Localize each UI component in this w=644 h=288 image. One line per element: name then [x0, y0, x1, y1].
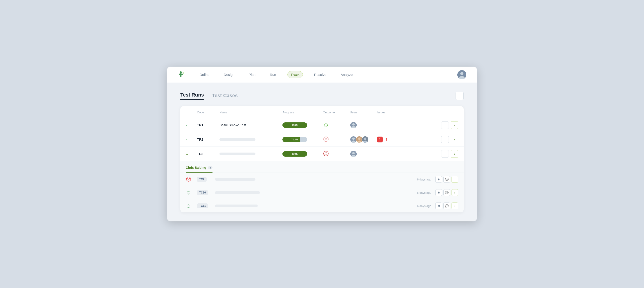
tr2-progress-bar: 70.4%: [282, 137, 307, 142]
tr1-detail-button[interactable]: ›: [450, 121, 458, 129]
issue-badge: 1: [377, 137, 383, 142]
tr2-progress: 70.4%: [282, 137, 323, 142]
page-tabs: Test Runs Test Cases: [180, 92, 456, 100]
svg-point-9: [352, 123, 355, 126]
tc10-outcome: ☺: [186, 189, 197, 196]
tc9-code: TC9: [197, 177, 215, 182]
tr2-detail-button[interactable]: ›: [450, 136, 458, 143]
table-header: Code Name Progress Outcome Users Issues: [180, 106, 464, 118]
svg-point-12: [352, 137, 355, 140]
col-progress: Progress: [282, 111, 323, 114]
tc10-badge: TC10: [197, 190, 208, 195]
more-options-button[interactable]: ···: [456, 92, 464, 100]
tc11-comment-button[interactable]: 💬: [444, 202, 450, 209]
tc10-bug-button[interactable]: ✱: [435, 189, 442, 196]
col-actions: [431, 111, 458, 114]
expanded-section: Chris Balding 3 ☹ TC9 6 days ago: [180, 161, 464, 212]
tab-test-cases[interactable]: Test Cases: [212, 93, 238, 100]
sub-row: ☹ TC9 6 days ago ✱ 💬 ›: [180, 173, 464, 186]
nav-plan[interactable]: Plan: [246, 71, 258, 78]
tr2-outcome: ☹: [323, 136, 350, 143]
nav-resolve[interactable]: Resolve: [311, 71, 330, 78]
navbar: + Define Design Plan Run Track Resolve A…: [167, 67, 477, 83]
table-row: › TR1 Basic Smoke Test 100% ☺: [180, 118, 464, 132]
tc11-outcome: ☺: [186, 203, 197, 209]
logo-icon: +: [178, 71, 186, 79]
nav-design[interactable]: Design: [220, 71, 238, 78]
svg-point-6: [460, 72, 464, 75]
priority-icon: ↟: [385, 137, 388, 142]
tr1-code: TR1: [197, 123, 220, 127]
sub-tab-badge: 3: [208, 166, 212, 169]
tc9-bug-button[interactable]: ✱: [435, 176, 442, 183]
logo: +: [178, 71, 186, 79]
tr1-users: [350, 122, 377, 129]
col-expand: [186, 111, 197, 114]
tr1-actions: ··· ›: [431, 121, 458, 129]
nav-analyze[interactable]: Analyze: [338, 71, 356, 78]
tc10-comment-button[interactable]: 💬: [444, 189, 450, 196]
tr3-users: [350, 150, 377, 157]
tc10-code: TC10: [197, 190, 215, 195]
col-users: Users: [350, 111, 377, 114]
tc9-time: 6 days ago: [400, 178, 431, 181]
tc11-detail-button[interactable]: ›: [452, 202, 458, 209]
tr2-actions: ··· ›: [431, 136, 458, 143]
user-avatar: [362, 136, 369, 143]
avatar[interactable]: [457, 70, 466, 79]
tc11-actions: ✱ 💬 ›: [431, 202, 458, 209]
tc9-name-bar: [215, 178, 278, 181]
tc11-bug-button[interactable]: ✱: [435, 202, 442, 209]
tr3-detail-button[interactable]: ›: [450, 150, 458, 158]
tc9-detail-button[interactable]: ›: [452, 176, 458, 183]
tr1-progress-label: 100%: [292, 124, 298, 126]
svg-point-18: [364, 137, 366, 140]
col-name: Name: [220, 111, 282, 114]
tr3-outcome: ☹: [323, 150, 350, 157]
tr1-more-button[interactable]: ···: [441, 121, 449, 129]
tc9-actions: ✱ 💬 ›: [431, 176, 458, 183]
tc10-time: 6 days ago: [400, 191, 431, 194]
tr2-more-button[interactable]: ···: [441, 136, 449, 143]
table-row: › TR2 70.4% ☹: [180, 132, 464, 147]
expand-tr3[interactable]: ⌄: [186, 152, 197, 156]
sub-tab-person[interactable]: Chris Balding 3: [186, 163, 212, 173]
table-card: Code Name Progress Outcome Users Issues …: [180, 106, 464, 212]
user-avatar: [350, 122, 357, 129]
tr2-users: [350, 136, 377, 143]
nav-define[interactable]: Define: [196, 71, 212, 78]
tr1-name: Basic Smoke Test: [220, 123, 282, 127]
col-outcome: Outcome: [323, 111, 350, 114]
tab-test-runs[interactable]: Test Runs: [180, 92, 204, 100]
tr2-outcome-icon: ☹: [323, 136, 329, 143]
expand-tr2[interactable]: ›: [186, 138, 197, 141]
nav-run[interactable]: Run: [267, 71, 279, 78]
tr1-outcome: ☺: [323, 122, 350, 128]
svg-rect-2: [179, 74, 183, 75]
tc9-outcome: ☹: [186, 176, 197, 182]
tc10-detail-button[interactable]: ›: [452, 189, 458, 196]
tc10-outcome-icon: ☺: [186, 189, 191, 195]
tr2-name: [220, 138, 282, 141]
sub-row: ☺ TC11 6 days ago ✱ 💬 ›: [180, 199, 464, 212]
expand-tr1[interactable]: ›: [186, 123, 197, 127]
tc11-name-bar: [215, 204, 278, 207]
tc11-badge: TC11: [197, 203, 208, 208]
tr3-outcome-icon: ☹: [323, 150, 329, 157]
user-avatar: [350, 150, 357, 157]
tc9-outcome-icon: ☹: [186, 176, 191, 182]
tr3-progress: 100%: [282, 151, 323, 157]
tr3-code: TR3: [197, 152, 220, 156]
main-content: Test Runs Test Cases ··· Code Name Progr…: [167, 83, 477, 221]
tc11-outcome-icon: ☺: [186, 203, 191, 209]
svg-point-15: [358, 137, 361, 140]
svg-point-21: [352, 152, 355, 154]
table-row: ⌄ TR3 100% ☹ ···: [180, 147, 464, 161]
tc11-code: TC11: [197, 203, 215, 208]
tc9-badge: TC9: [197, 177, 207, 182]
col-code: Code: [197, 111, 220, 114]
tr2-code: TR2: [197, 137, 220, 141]
tr3-more-button[interactable]: ···: [441, 150, 449, 158]
nav-track[interactable]: Track: [287, 71, 303, 78]
tc9-comment-button[interactable]: 💬: [444, 176, 450, 183]
